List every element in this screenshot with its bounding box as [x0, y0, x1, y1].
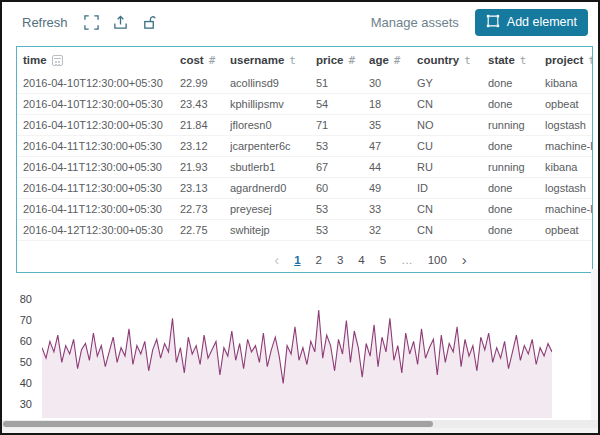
table-cell: 2016-04-11T12:30:00+05:30	[23, 140, 180, 152]
table-cell: 2016-04-12T12:30:00+05:30	[23, 224, 180, 236]
table-cell: done	[488, 140, 545, 152]
table-cell: CN	[417, 98, 488, 110]
table-cell: 53	[316, 140, 369, 152]
y-tick-label: 50	[6, 355, 32, 369]
add-element-button[interactable]: Add element	[475, 9, 588, 36]
table-cell: GY	[417, 77, 488, 89]
table-cell: kibana	[545, 161, 592, 173]
column-header-state: state t	[488, 54, 545, 67]
canvas-workpad: Refresh Manage assets	[0, 0, 600, 435]
table-cell: 23.12	[180, 140, 230, 152]
table-cell: 47	[369, 140, 417, 152]
table-cell: 51	[316, 77, 369, 89]
table-row: 2016-04-10T12:30:00+05:3021.84jfloresn07…	[17, 115, 592, 136]
table-cell: 23.13	[180, 182, 230, 194]
table-cell: logstash	[545, 119, 592, 131]
table-cell: ID	[417, 182, 488, 194]
table-row: 2016-04-11T12:30:00+05:3023.13agardnerd0…	[17, 178, 592, 199]
table-cell: 54	[316, 98, 369, 110]
table-cell: 67	[316, 161, 369, 173]
pagination-prev[interactable]: ‹	[274, 252, 279, 267]
table-cell: kibana	[545, 77, 592, 89]
unlock-icon[interactable]	[142, 15, 157, 30]
toolbar-right: Manage assets Add element	[371, 9, 588, 36]
table-cell: done	[488, 77, 545, 89]
numeric-field-icon: #	[349, 54, 356, 67]
pagination-page-100[interactable]: 100	[428, 254, 447, 266]
table-row: 2016-04-12T12:30:00+05:3022.75swhitejp53…	[17, 220, 592, 241]
table-header: time cost # username t price # age # cou…	[17, 47, 592, 73]
fullscreen-icon[interactable]	[84, 15, 99, 30]
manage-assets-link[interactable]: Manage assets	[371, 15, 459, 30]
table-cell: 18	[369, 98, 417, 110]
table-cell: kphillipsmv	[230, 98, 316, 110]
line-chart-element[interactable]: 807060504030	[2, 289, 562, 419]
pagination: ‹12345…100›	[83, 247, 600, 272]
table-cell: done	[488, 203, 545, 215]
table-cell: machine-l	[545, 140, 592, 152]
table-cell: 71	[316, 119, 369, 131]
export-icon[interactable]	[113, 15, 128, 30]
table-cell: swhitejp	[230, 224, 316, 236]
table-cell: 44	[369, 161, 417, 173]
table-cell: jfloresn0	[230, 119, 316, 131]
table-cell: 32	[369, 224, 417, 236]
table-cell: 21.93	[180, 161, 230, 173]
y-tick-label: 60	[6, 334, 32, 348]
pagination-page-5[interactable]: 5	[380, 254, 386, 266]
column-header-price: price #	[316, 54, 369, 67]
table-row: 2016-04-11T12:30:00+05:3022.73preyesej53…	[17, 199, 592, 220]
y-tick-label: 70	[6, 313, 32, 327]
table-cell: acollinsd9	[230, 77, 316, 89]
table-cell: 30	[369, 77, 417, 89]
datatable-element[interactable]: time cost # username t price # age # cou…	[16, 46, 593, 273]
column-header-country: country t	[417, 54, 488, 67]
pagination-page-4[interactable]: 4	[358, 254, 364, 266]
pagination-ellipsis: …	[401, 254, 413, 266]
table-cell: 2016-04-10T12:30:00+05:30	[23, 98, 180, 110]
horizontal-scrollbar-track[interactable]	[2, 420, 598, 428]
column-header-username: username t	[230, 54, 316, 67]
y-tick-label: 80	[6, 292, 32, 306]
table-cell: running	[488, 119, 545, 131]
table-cell: 2016-04-10T12:30:00+05:30	[23, 77, 180, 89]
column-header-project: project t	[545, 54, 592, 67]
pagination-page-2[interactable]: 2	[316, 254, 322, 266]
refresh-button[interactable]: Refresh	[22, 15, 68, 30]
table-cell: sbutlerb1	[230, 161, 316, 173]
toolbar: Refresh Manage assets	[2, 2, 598, 42]
pagination-next[interactable]: ›	[462, 252, 467, 267]
table-cell: running	[488, 161, 545, 173]
add-element-icon	[486, 14, 500, 31]
table-cell: CU	[417, 140, 488, 152]
text-field-icon: t	[520, 54, 527, 67]
chart-plot-area	[42, 289, 552, 418]
window-bottom-strip	[2, 428, 598, 433]
numeric-field-icon: #	[394, 54, 401, 67]
text-field-icon: t	[588, 54, 592, 67]
numeric-field-icon: #	[209, 54, 216, 67]
table-cell: done	[488, 98, 545, 110]
chart-y-axis: 807060504030	[6, 289, 34, 419]
table-cell: 53	[316, 203, 369, 215]
table-cell: 22.73	[180, 203, 230, 215]
table-row: 2016-04-11T12:30:00+05:3021.93sbutlerb16…	[17, 157, 592, 178]
vertical-scrollbar-track[interactable]	[591, 269, 598, 420]
column-header-age: age #	[369, 54, 417, 67]
table-row: 2016-04-10T12:30:00+05:3022.99acollinsd9…	[17, 73, 592, 94]
calendar-icon	[52, 55, 63, 66]
pagination-page-1[interactable]: 1	[294, 254, 300, 266]
y-tick-label: 30	[6, 397, 32, 411]
table-cell: opbeat	[545, 98, 592, 110]
horizontal-scrollbar-thumb[interactable]	[3, 421, 433, 427]
pagination-page-3[interactable]: 3	[337, 254, 343, 266]
column-header-cost: cost #	[180, 54, 230, 67]
table-cell: NO	[417, 119, 488, 131]
toolbar-icons	[84, 15, 157, 30]
table-cell: preyesej	[230, 203, 316, 215]
table-cell: 2016-04-11T12:30:00+05:30	[23, 161, 180, 173]
table-row: 2016-04-11T12:30:00+05:3023.12jcarpenter…	[17, 136, 592, 157]
table-cell: 35	[369, 119, 417, 131]
column-header-time: time	[23, 54, 180, 66]
table-cell: done	[488, 182, 545, 194]
